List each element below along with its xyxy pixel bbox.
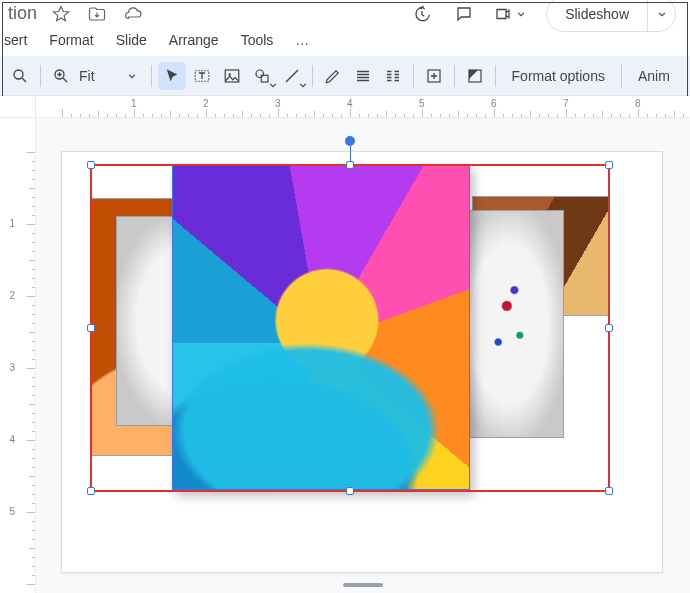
ruler-h-label: 7 [563, 98, 569, 109]
selection-handle-bl[interactable] [87, 487, 95, 495]
menu-arrange[interactable]: Arrange [167, 30, 221, 50]
chevron-down-icon [655, 7, 669, 21]
ruler-h-label: 2 [203, 98, 209, 109]
textbox-button[interactable] [188, 62, 216, 90]
toolbar-separator [454, 65, 455, 87]
rotation-handle[interactable] [345, 136, 355, 146]
menu-format[interactable]: Format [47, 30, 95, 50]
svg-point-0 [14, 70, 23, 79]
align-button[interactable] [349, 62, 377, 90]
format-options-button[interactable]: Format options [502, 62, 615, 90]
menu-tools[interactable]: Tools [239, 30, 276, 50]
present-meet-button[interactable] [494, 5, 528, 23]
menu-slide[interactable]: Slide [114, 30, 149, 50]
mask-image-button[interactable] [461, 62, 489, 90]
slideshow-dropdown[interactable] [647, 0, 675, 31]
move-to-folder-icon[interactable] [85, 2, 109, 26]
slide[interactable] [62, 152, 662, 572]
selection-bounding-box[interactable] [90, 164, 610, 492]
ruler-v-label: 1 [9, 218, 15, 229]
ruler-corner [0, 96, 36, 118]
insert-image-button[interactable] [218, 62, 246, 90]
toolbar-separator [495, 65, 496, 87]
ruler-v-label: 5 [9, 506, 15, 517]
zoom-level-dropdown[interactable]: Fit [77, 62, 145, 90]
ruler-h-label: 1 [131, 98, 137, 109]
toolbar-separator [312, 65, 313, 87]
crop-image-button[interactable] [420, 62, 448, 90]
slide-viewport[interactable] [36, 118, 690, 593]
toolbar-separator [621, 65, 622, 87]
chevron-down-icon [514, 7, 528, 21]
zoom-tool-button[interactable] [47, 62, 75, 90]
selection-handle-tl[interactable] [87, 161, 95, 169]
pen-color-button[interactable] [319, 62, 347, 90]
ruler-h-label: 8 [635, 98, 641, 109]
slideshow-button[interactable]: Slideshow [546, 0, 676, 32]
select-tool-button[interactable] [158, 62, 186, 90]
canvas-area: 12345678 12345 [0, 96, 690, 593]
title-bar: tion Slideshow [0, 0, 690, 28]
ruler-h-label: 4 [347, 98, 353, 109]
comments-icon[interactable] [452, 2, 476, 26]
vertical-ruler[interactable]: 12345 [0, 118, 36, 593]
speaker-notes-grip[interactable] [343, 583, 383, 587]
toolbar-separator [151, 65, 152, 87]
toolbar-separator [413, 65, 414, 87]
ruler-v-label: 2 [9, 290, 15, 301]
horizontal-ruler[interactable]: 12345678 [36, 96, 690, 118]
search-menus-button[interactable] [6, 62, 34, 90]
ruler-h-label: 6 [491, 98, 497, 109]
svg-rect-3 [225, 70, 239, 82]
ruler-v-label: 4 [9, 434, 15, 445]
selection-handle-mr[interactable] [605, 324, 613, 332]
selection-handle-br[interactable] [605, 487, 613, 495]
svg-point-5 [256, 70, 264, 78]
selection-handle-tr[interactable] [605, 161, 613, 169]
selection-handle-mb[interactable] [346, 487, 354, 495]
ruler-h-label: 3 [275, 98, 281, 109]
content-placeholder[interactable] [74, 160, 650, 558]
ruler-v-label: 3 [9, 362, 15, 373]
document-title[interactable]: tion [8, 3, 37, 24]
ruler-h-label: 5 [419, 98, 425, 109]
zoom-level-label: Fit [79, 68, 95, 84]
cloud-status-icon[interactable] [121, 2, 145, 26]
distribute-button[interactable] [379, 62, 407, 90]
slideshow-button-label[interactable]: Slideshow [547, 0, 647, 31]
chevron-down-icon [125, 69, 139, 83]
menu-overflow[interactable]: … [293, 30, 311, 50]
shape-button[interactable] [248, 62, 276, 90]
line-button[interactable] [278, 62, 306, 90]
version-history-icon[interactable] [410, 2, 434, 26]
toolbar-separator [40, 65, 41, 87]
star-icon[interactable] [49, 2, 73, 26]
toolbar: Fit Format options Anim [0, 56, 690, 96]
selection-handle-mt[interactable] [346, 161, 354, 169]
selection-handle-ml[interactable] [87, 324, 95, 332]
menu-insert[interactable]: sert [2, 30, 29, 50]
menu-bar: sert Format Slide Arrange Tools … [0, 28, 690, 56]
animate-button[interactable]: Anim [628, 62, 680, 90]
chevron-down-icon [296, 78, 310, 92]
rotation-stem [350, 144, 351, 162]
